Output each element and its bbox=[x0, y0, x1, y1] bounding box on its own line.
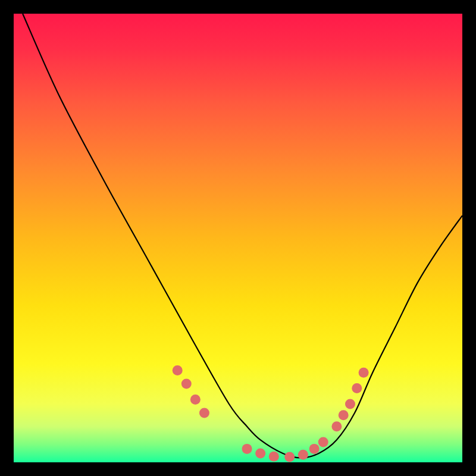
data-point bbox=[309, 444, 320, 454]
data-point bbox=[318, 437, 328, 447]
data-point bbox=[255, 448, 265, 458]
data-point bbox=[352, 383, 362, 393]
data-point bbox=[298, 450, 308, 460]
data-point bbox=[284, 452, 295, 462]
data-point bbox=[339, 410, 349, 420]
chart-svg bbox=[14, 14, 462, 462]
data-point bbox=[199, 408, 209, 418]
data-point bbox=[181, 379, 192, 389]
data-point bbox=[269, 452, 279, 462]
bottleneck-curve bbox=[23, 14, 462, 458]
data-point bbox=[173, 365, 183, 375]
data-point bbox=[190, 394, 201, 405]
plot-area bbox=[14, 14, 462, 462]
data-point bbox=[359, 368, 369, 378]
watermark-text: TheBottleneck.com bbox=[361, 2, 470, 16]
data-point bbox=[345, 399, 355, 409]
data-point bbox=[331, 421, 342, 431]
data-point bbox=[242, 444, 252, 454]
